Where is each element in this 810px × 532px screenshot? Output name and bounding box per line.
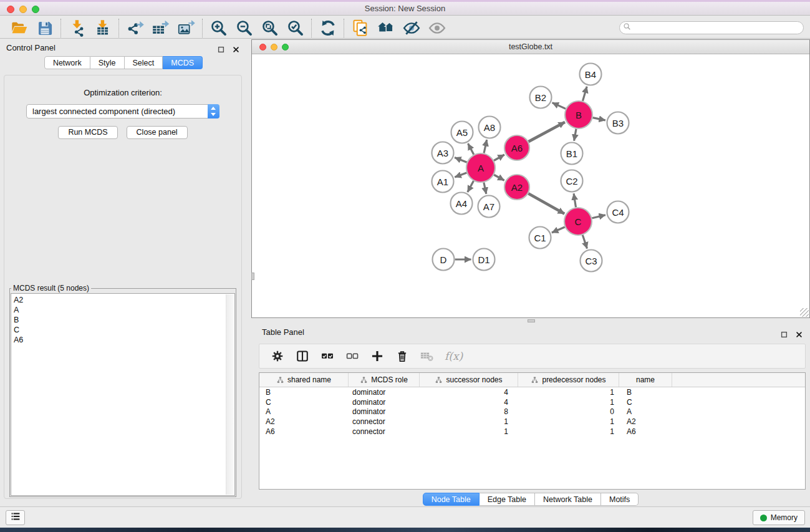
tab-network-table[interactable]: Network Table: [535, 493, 601, 506]
cell-MCDS-role[interactable]: dominator: [349, 407, 420, 416]
column-header-predecessor-nodes[interactable]: predecessor nodes: [518, 373, 619, 387]
cell-successor-nodes[interactable]: 8: [420, 407, 518, 416]
network-close-button[interactable]: [259, 44, 266, 51]
cell-predecessor-nodes[interactable]: 1: [518, 417, 619, 426]
close-panel-icon[interactable]: [233, 44, 239, 56]
node-A2[interactable]: A2: [504, 175, 529, 200]
mcds-result-item[interactable]: A2: [14, 295, 224, 305]
import-table-button[interactable]: [90, 18, 115, 38]
edge-B-B2[interactable]: [552, 103, 566, 109]
import-network-button[interactable]: [64, 18, 90, 38]
splitter-handle-icon[interactable]: [528, 319, 535, 322]
float-panel-icon[interactable]: [781, 329, 788, 341]
tab-network[interactable]: Network: [44, 56, 90, 69]
column-header-MCDS-role[interactable]: MCDS role: [349, 373, 420, 387]
network-minimize-button[interactable]: [271, 44, 277, 51]
edge-A-A1[interactable]: [455, 173, 466, 177]
dropdown-stepper-icon[interactable]: [208, 104, 219, 118]
cell-shared-name[interactable]: A6: [259, 427, 349, 436]
unselect-all-columns-button[interactable]: [345, 349, 360, 364]
delete-column-button[interactable]: [395, 349, 410, 364]
edge-A6-B[interactable]: [529, 122, 566, 142]
edge-A-A5[interactable]: [468, 143, 474, 155]
mcds-result-list[interactable]: A2ABCA6: [11, 293, 235, 496]
table-row[interactable]: A6connector11A6: [259, 427, 805, 437]
optimization-criterion-select[interactable]: largest connected component (directed): [26, 104, 219, 118]
node-C4[interactable]: C4: [607, 201, 629, 223]
node-A1[interactable]: A1: [432, 171, 454, 193]
node-A5[interactable]: A5: [451, 122, 473, 143]
edge-A-A7[interactable]: [484, 183, 486, 194]
close-panel-button[interactable]: Close panel: [127, 126, 188, 139]
export-image-button[interactable]: [173, 18, 199, 38]
cell-shared-name[interactable]: A: [259, 407, 349, 416]
node-A3[interactable]: A3: [432, 142, 454, 164]
delete-table-button[interactable]: [420, 349, 435, 364]
tab-mcds[interactable]: MCDS: [163, 56, 203, 69]
node-A4[interactable]: A4: [451, 193, 473, 215]
mcds-result-item[interactable]: B: [14, 315, 224, 325]
add-column-button[interactable]: [370, 349, 385, 364]
network-graph[interactable]: AA1A2A3A4A5A6A7A8BB1B2B3B4CC1C2C3C4DD1: [252, 54, 809, 317]
cell-successor-nodes[interactable]: 4: [420, 398, 518, 407]
edge-A-A8[interactable]: [484, 140, 487, 153]
search-input[interactable]: [619, 21, 804, 34]
cell-name[interactable]: B: [619, 388, 672, 397]
cell-name[interactable]: A6: [619, 427, 672, 436]
node-A7[interactable]: A7: [478, 196, 500, 218]
column-header-shared-name[interactable]: shared name: [259, 373, 349, 387]
zoom-in-button[interactable]: [206, 18, 231, 38]
node-B1[interactable]: B1: [561, 143, 583, 165]
cell-MCDS-role[interactable]: connector: [349, 427, 420, 436]
node-A6[interactable]: A6: [504, 135, 529, 160]
show-graphics-button[interactable]: [424, 18, 450, 38]
edge-B-B3[interactable]: [593, 118, 605, 120]
cell-successor-nodes[interactable]: 1: [420, 427, 518, 436]
minimize-window-button[interactable]: [19, 6, 27, 13]
cell-shared-name[interactable]: A2: [259, 417, 349, 426]
edge-A2-C[interactable]: [528, 193, 564, 214]
column-header-name[interactable]: name: [619, 373, 672, 387]
edge-B-B4[interactable]: [583, 87, 587, 101]
columns-button[interactable]: [295, 349, 310, 364]
cell-name[interactable]: A: [619, 407, 672, 416]
gear-button[interactable]: [270, 349, 285, 364]
export-table-button[interactable]: [148, 18, 173, 38]
tab-style[interactable]: Style: [90, 56, 125, 69]
node-C1[interactable]: C1: [529, 227, 551, 249]
cell-predecessor-nodes[interactable]: 1: [518, 388, 619, 397]
node-C2[interactable]: C2: [561, 170, 583, 192]
network-from-selection-button[interactable]: [347, 18, 373, 38]
edge-C-C1[interactable]: [552, 227, 565, 233]
close-window-button[interactable]: [7, 6, 14, 13]
node-B[interactable]: B: [565, 101, 592, 128]
edge-A-A4[interactable]: [468, 181, 474, 192]
run-mcds-button[interactable]: Run MCDS: [58, 126, 117, 139]
edge-A-A2[interactable]: [494, 175, 504, 180]
node-B2[interactable]: B2: [530, 87, 552, 109]
hide-selected-button[interactable]: [398, 18, 424, 38]
edge-A-A3[interactable]: [455, 158, 467, 163]
close-panel-icon[interactable]: [796, 329, 803, 341]
node-C[interactable]: C: [564, 208, 592, 235]
node-B3[interactable]: B3: [607, 112, 629, 134]
cell-shared-name[interactable]: B: [259, 388, 349, 397]
cell-predecessor-nodes[interactable]: 1: [518, 427, 619, 436]
node-A8[interactable]: A8: [479, 117, 501, 138]
export-network-button[interactable]: [122, 18, 148, 38]
cell-MCDS-role[interactable]: connector: [349, 417, 420, 426]
task-history-button[interactable]: [6, 510, 25, 525]
edge-C-C2[interactable]: [574, 193, 576, 207]
zoom-selected-button[interactable]: [282, 18, 308, 38]
zoom-out-button[interactable]: [231, 18, 257, 38]
zoom-fit-button[interactable]: [257, 18, 282, 38]
cell-successor-nodes[interactable]: 1: [420, 417, 518, 426]
table-row[interactable]: Cdominator41C: [259, 397, 805, 407]
edge-C-C4[interactable]: [592, 215, 605, 218]
cell-successor-nodes[interactable]: 4: [420, 388, 518, 397]
select-all-columns-button[interactable]: [320, 349, 335, 364]
save-session-button[interactable]: [32, 18, 57, 38]
cell-name[interactable]: A2: [619, 417, 672, 426]
zoom-window-button[interactable]: [32, 6, 39, 13]
mcds-result-item[interactable]: A: [14, 305, 224, 315]
